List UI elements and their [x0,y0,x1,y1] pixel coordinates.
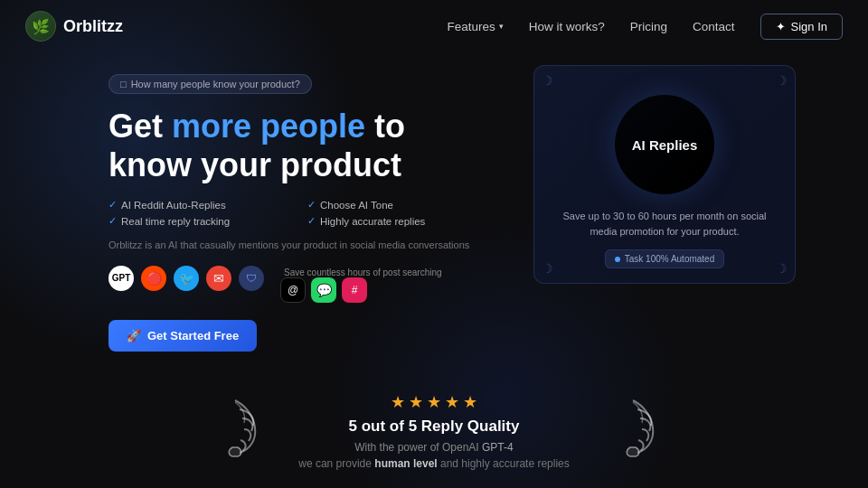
star-2: ★ [409,392,423,412]
corner-bl-icon: ☽ [542,261,553,276]
logo-text: Orblitzz [63,17,123,36]
save-label: Save countless hours of post searching [284,267,442,277]
hero-description: Orblitzz is an AI that casually mentions… [108,238,497,253]
logo-icon: 🌿 [25,11,56,42]
rating-title: 5 out of 5 Reply Quality [298,418,570,436]
slack-icon: # [342,277,367,303]
social-icons: GPT 🔴 🐦 ✉ 🛡 [108,266,264,291]
hero-section: □ How many people know your product? Get… [0,52,868,370]
card-description: Save up to 30 to 60 hours per month on s… [549,209,780,239]
star-5: ★ [463,392,477,412]
nav-link-howitworks[interactable]: How it works? [529,20,605,33]
sign-in-button[interactable]: ✦ Sign In [760,14,843,40]
platform-icons: @ 💬 # [280,277,442,303]
rating-desc-plain1: we can provide [298,457,374,470]
hero-heading: Get more people to know your product [108,107,497,184]
hero-badge: □ How many people know your product? [108,74,312,94]
twitter-icon: 🐦 [174,266,199,291]
feature-3: ✓ Real time reply tracking [108,215,298,227]
get-started-button[interactable]: 🚀 Get Started Free [108,320,257,352]
check-icon-2: ✓ [307,199,316,211]
nav-link-contact[interactable]: Contact [693,20,735,33]
check-icon-4: ✓ [307,215,316,227]
corner-br-icon: ☽ [776,261,788,276]
star-4: ★ [445,392,459,412]
ai-replies-card: ☽ ☽ ☽ ☽ AI Replies Save up to 30 to 60 h… [533,65,796,284]
nav-link-features[interactable]: Features ▾ [447,20,503,33]
rating-subtitle-plain: With the power of OpenAI [354,441,478,454]
rating-center: ★ ★ ★ ★ ★ 5 out of 5 Reply Quality With … [298,392,570,470]
navbar: 🌿 Orblitzz Features ▾ How it works? Pric… [0,0,868,52]
save-platforms: Save countless hours of post searching @… [277,267,442,303]
rating-desc-plain2: and highly accurate replies [438,457,570,470]
threads-icon: @ [280,277,306,303]
feature-2: ✓ Choose AI Tone [307,199,497,211]
nav-link-pricing[interactable]: Pricing [630,20,667,33]
nav-links: Features ▾ How it works? Pricing Contact… [447,14,843,40]
feature-1: ✓ AI Reddit Auto-Replies [108,199,298,211]
rocket-icon: 🚀 [127,329,141,343]
laurel-right-icon [606,391,660,472]
check-icon-1: ✓ [108,199,117,211]
hero-right: ☽ ☽ ☽ ☽ AI Replies Save up to 30 to 60 h… [533,65,796,284]
rating-desc: we can provide human level and highly ac… [298,457,570,470]
heading-line2: know your product [108,146,401,183]
features-list: ✓ AI Reddit Auto-Replies ✓ Choose AI Ton… [108,199,497,227]
chevron-down-icon: ▾ [499,22,504,31]
reddit-icon: 🔴 [141,266,166,291]
logo[interactable]: 🌿 Orblitzz [25,11,123,42]
rating-subtitle: With the power of OpenAI GPT-4 [298,441,570,454]
rating-section: ★ ★ ★ ★ ★ 5 out of 5 Reply Quality With … [0,370,868,472]
shield-icon: 🛡 [239,266,264,291]
heading-highlight: more people [172,108,365,145]
laurel-left-icon [208,391,262,472]
corner-tl-icon: ☽ [542,73,553,88]
rating-desc-bold: human level [374,457,437,470]
chatgpt-icon: GPT [108,266,134,291]
feature-4: ✓ Highly accurate replies [307,215,497,227]
auto-dot [615,257,620,262]
automated-badge: Task 100% Automated [605,249,725,268]
star-3: ★ [427,392,441,412]
badge-icon: □ [120,79,127,89]
heading-get: Get [108,108,172,145]
sparkle-icon: ✦ [776,20,786,33]
star-1: ★ [391,392,405,412]
check-icon-3: ✓ [108,215,117,227]
rating-brand: GPT-4 [479,441,514,454]
ai-circle: AI Replies [615,95,714,194]
stars-row: ★ ★ ★ ★ ★ [298,392,570,412]
whatsapp-icon: 💬 [311,277,336,303]
gmail-icon: ✉ [206,266,231,291]
hero-left: □ How many people know your product? Get… [108,74,497,352]
heading-to: to [365,108,405,145]
corner-tr-icon: ☽ [776,73,788,88]
social-platform-row: GPT 🔴 🐦 ✉ 🛡 Save countless hours of post… [108,266,497,305]
